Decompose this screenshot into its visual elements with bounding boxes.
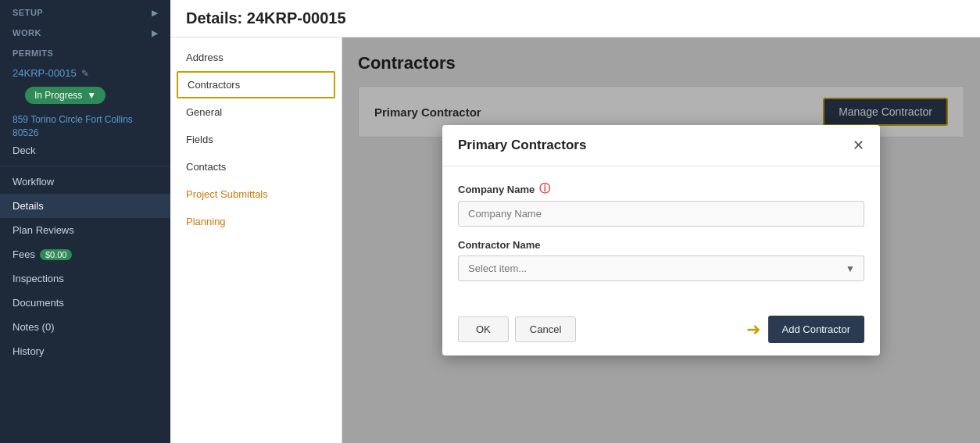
left-nav-item-contacts[interactable]: Contacts [170, 153, 342, 180]
left-nav-item-project-submittals[interactable]: Project Submittals [170, 180, 342, 208]
main-content: Details: 24KRP-00015 AddressContractorsG… [170, 0, 980, 443]
arrow-right-icon: ➜ [746, 320, 760, 340]
sidebar-item-notes-0[interactable]: Notes (0) [0, 315, 170, 339]
content-area: AddressContractorsGeneralFieldsContactsP… [170, 38, 980, 443]
left-nav-item-contractors[interactable]: Contractors [177, 71, 335, 98]
right-panel: Contractors Primary Contractor Manage Co… [342, 38, 980, 443]
left-nav-item-address[interactable]: Address [170, 44, 342, 71]
chevron-down-icon: ▼ [87, 90, 96, 101]
footer-right: ➜ Add Contractor [746, 316, 864, 343]
sidebar-section-permits[interactable]: PERMITS [0, 41, 170, 61]
sidebar-section-setup[interactable]: SETUP ▶ [0, 0, 170, 20]
company-name-group: Company Name ⓘ [458, 182, 864, 227]
sidebar-nav: WorkflowDetailsPlan ReviewsFees$0.00Insp… [0, 170, 170, 363]
setup-arrow-icon: ▶ [152, 9, 159, 17]
sidebar-item-documents[interactable]: Documents [0, 291, 170, 315]
sidebar: SETUP ▶ WORK ▶ PERMITS 24KRP-00015 ✎ In … [0, 0, 170, 443]
left-nav-item-fields[interactable]: Fields [170, 126, 342, 153]
sidebar-item-details[interactable]: Details [0, 194, 170, 218]
page-header: Details: 24KRP-00015 [170, 0, 980, 38]
status-badge[interactable]: In Progress ▼ [25, 87, 106, 104]
work-arrow-icon: ▶ [152, 29, 159, 38]
sidebar-item-fees[interactable]: Fees$0.00 [0, 242, 170, 266]
contractor-name-label: Contractor Name [458, 239, 864, 251]
cancel-button[interactable]: Cancel [515, 316, 576, 342]
ok-button[interactable]: OK [458, 316, 509, 342]
sidebar-item-history[interactable]: History [0, 339, 170, 363]
company-name-input[interactable] [458, 201, 864, 227]
add-contractor-button[interactable]: Add Contractor [768, 316, 864, 343]
edit-icon[interactable]: ✎ [81, 68, 89, 79]
modal-header: Primary Contractors ✕ [442, 125, 880, 166]
modal-footer: OK Cancel ➜ Add Contractor [442, 306, 880, 355]
required-icon: ⓘ [539, 182, 550, 196]
address-text[interactable]: 859 Torino Circle Fort Collins 80526 [0, 110, 170, 143]
divider [0, 166, 170, 166]
contractor-name-group: Contractor Name Select item... ▼ [458, 239, 864, 281]
left-nav: AddressContractorsGeneralFieldsContactsP… [170, 38, 342, 443]
modal-close-button[interactable]: ✕ [853, 138, 864, 152]
modal-title: Primary Contractors [458, 138, 586, 153]
permit-id-row: 24KRP-00015 ✎ [0, 61, 170, 82]
contractor-name-select-wrapper: Select item... ▼ [458, 255, 864, 281]
sidebar-item-plan-reviews[interactable]: Plan Reviews [0, 218, 170, 242]
project-type: Deck [0, 143, 170, 163]
footer-left: OK Cancel [458, 316, 576, 342]
company-name-label: Company Name ⓘ [458, 182, 864, 196]
primary-contractors-modal: Primary Contractors ✕ Company Name ⓘ [442, 125, 880, 355]
sidebar-item-inspections[interactable]: Inspections [0, 266, 170, 291]
sidebar-section-work[interactable]: WORK ▶ [0, 20, 170, 41]
contractor-name-select[interactable]: Select item... [458, 255, 864, 281]
sidebar-item-workflow[interactable]: Workflow [0, 170, 170, 194]
permit-id: 24KRP-00015 [13, 67, 77, 79]
modal-overlay: Primary Contractors ✕ Company Name ⓘ [342, 38, 980, 443]
modal-body: Company Name ⓘ Contractor Name S [442, 166, 880, 306]
left-nav-item-general[interactable]: General [170, 98, 342, 126]
left-nav-item-planning[interactable]: Planning [170, 208, 342, 235]
